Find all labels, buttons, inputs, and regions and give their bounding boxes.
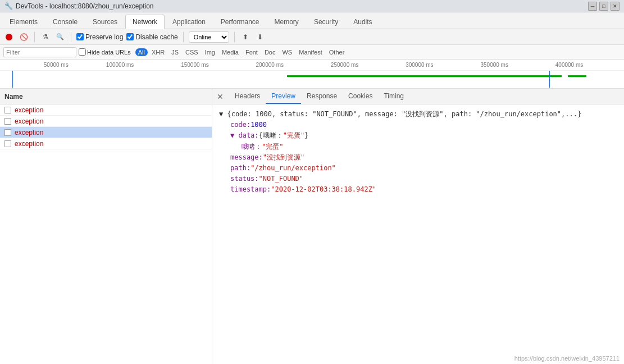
throttle-select[interactable]: Online Offline Slow 3G Fast 3G: [189, 31, 229, 43]
record-button[interactable]: [3, 31, 15, 43]
filter-type-ws[interactable]: WS: [279, 48, 295, 56]
timeline-label: 150000 ms: [181, 62, 208, 68]
item-checkbox[interactable]: [4, 129, 11, 136]
nav-tab-memory[interactable]: Memory: [267, 14, 306, 29]
nav-tab-application[interactable]: Application: [165, 14, 213, 29]
item-checkbox[interactable]: [4, 107, 11, 113]
hide-data-urls-checkbox[interactable]: [79, 48, 86, 56]
network-item[interactable]: exception: [0, 127, 212, 138]
json-key: message:: [230, 152, 263, 163]
download-button[interactable]: ⬇: [254, 31, 266, 43]
json-line: message: "没找到资源": [219, 152, 617, 163]
json-string: "完蛋": [262, 142, 283, 152]
filter-type-doc[interactable]: Doc: [262, 48, 279, 56]
left-panel: Name exceptionexceptionexceptionexceptio…: [0, 89, 212, 364]
sub-tab-response[interactable]: Response: [301, 89, 343, 104]
maximize-button[interactable]: □: [599, 2, 608, 11]
filter-type-font[interactable]: Font: [243, 48, 261, 56]
json-line: ▼ {code: 1000, status: "NOT_FOUND", mess…: [219, 109, 617, 120]
nav-tabs: ElementsConsoleSourcesNetworkApplication…: [0, 12, 624, 29]
titlebar: 🔧 DevTools - localhost:8080/zhou_run/exc…: [0, 0, 624, 12]
filter-type-media[interactable]: Media: [219, 48, 242, 56]
json-key: code:: [230, 120, 250, 130]
json-string: "2020-12-02T03:38:18.942Z": [271, 184, 376, 195]
network-item[interactable]: exception: [0, 138, 212, 149]
filter-type-xhr[interactable]: XHR: [149, 48, 167, 56]
upload-button[interactable]: ⬆: [240, 31, 251, 43]
json-brace: }: [304, 130, 308, 141]
json-line: ▼ data: {哦啫："完蛋"}: [219, 130, 617, 141]
timeline-labels: 50000 ms100000 ms150000 ms200000 ms25000…: [0, 60, 624, 71]
item-name: exception: [15, 106, 43, 114]
timeline-area: [0, 71, 624, 89]
json-line: path: "/zhou_run/exception": [219, 163, 617, 174]
toolbar: 🚫 ⚗ 🔍 Preserve log Disable cache Online …: [0, 29, 624, 45]
timeline-blue-line-0: [12, 71, 13, 88]
preview-area: ▼ {code: 1000, status: "NOT_FOUND", mess…: [212, 104, 624, 364]
network-item[interactable]: exception: [0, 116, 212, 127]
panel-close-button[interactable]: ✕: [215, 91, 226, 102]
hide-data-urls-label[interactable]: Hide data URLs: [79, 48, 131, 56]
nav-tab-console[interactable]: Console: [45, 14, 85, 29]
minimize-button[interactable]: ─: [588, 2, 597, 11]
filter-type-js[interactable]: JS: [168, 48, 181, 56]
filter-type-css[interactable]: CSS: [183, 48, 201, 56]
json-key: ▼ data:: [230, 130, 259, 141]
network-item[interactable]: exception: [0, 104, 212, 116]
sub-tabs: ✕ HeadersPreviewResponseCookiesTiming: [212, 89, 624, 104]
nav-tab-network[interactable]: Network: [125, 15, 165, 29]
titlebar-icon: 🔧: [4, 2, 12, 10]
sub-tab-headers[interactable]: Headers: [229, 89, 266, 104]
separator-1: [34, 32, 35, 42]
clear-icon: 🚫: [20, 33, 28, 41]
json-string: "/zhou_run/exception": [250, 163, 336, 174]
timeline-blue-line-1: [549, 71, 550, 88]
disable-cache-checkbox[interactable]: [126, 33, 134, 40]
separator-3: [183, 32, 184, 42]
nav-tab-elements[interactable]: Elements: [2, 14, 45, 29]
json-line: timestamp: "2020-12-02T03:38:18.942Z": [219, 184, 617, 195]
window-controls: ─ □ ✕: [588, 2, 620, 11]
filter-button[interactable]: ⚗: [40, 31, 51, 43]
filter-input[interactable]: [3, 47, 76, 57]
search-button[interactable]: 🔍: [54, 31, 66, 43]
filter-type-other[interactable]: Other: [326, 48, 348, 56]
nav-tab-security[interactable]: Security: [307, 14, 345, 29]
sub-tab-timing[interactable]: Timing: [378, 89, 409, 104]
json-line: 哦啫："完蛋": [219, 142, 617, 152]
json-key: 哦啫：: [242, 142, 262, 152]
item-checkbox[interactable]: [4, 140, 11, 147]
item-name: exception: [15, 117, 43, 125]
filter-type-all[interactable]: All: [135, 48, 148, 56]
disable-cache-label[interactable]: Disable cache: [126, 33, 177, 41]
json-key: timestamp:: [230, 184, 271, 195]
item-checkbox[interactable]: [4, 118, 11, 125]
clear-button[interactable]: 🚫: [18, 31, 29, 43]
json-string: "完蛋": [283, 130, 304, 141]
json-key: status:: [230, 174, 259, 184]
filter-type-img[interactable]: Img: [202, 48, 218, 56]
json-key: path:: [230, 163, 250, 174]
timeline-label: 200000 ms: [256, 62, 284, 68]
timeline-label: 100000 ms: [106, 62, 134, 68]
json-string: "NOT_FOUND": [259, 174, 303, 184]
json-line: status: "NOT_FOUND": [219, 174, 617, 184]
close-button[interactable]: ✕: [611, 2, 620, 11]
nav-tab-sources[interactable]: Sources: [85, 14, 125, 29]
sub-tab-cookies[interactable]: Cookies: [343, 89, 378, 104]
sub-tab-preview[interactable]: Preview: [266, 89, 301, 104]
preserve-log-label[interactable]: Preserve log: [76, 33, 123, 41]
record-icon: [6, 34, 12, 40]
timeline-label: 300000 ms: [406, 62, 433, 68]
search-icon: 🔍: [56, 33, 64, 40]
filter-types: AllXHRJSCSSImgMediaFontDocWSManifestOthe…: [135, 48, 348, 56]
timeline-green-bar-0: [287, 75, 562, 77]
nav-tab-performance[interactable]: Performance: [213, 14, 267, 29]
filter-bar: Hide data URLs AllXHRJSCSSImgMediaFontDo…: [0, 45, 624, 60]
json-number: 1000: [250, 120, 267, 130]
preserve-log-checkbox[interactable]: [76, 33, 84, 40]
filter-icon: ⚗: [43, 33, 48, 40]
nav-tab-audits[interactable]: Audits: [346, 14, 379, 29]
item-name: exception: [15, 129, 43, 136]
filter-type-manifest[interactable]: Manifest: [296, 48, 325, 56]
